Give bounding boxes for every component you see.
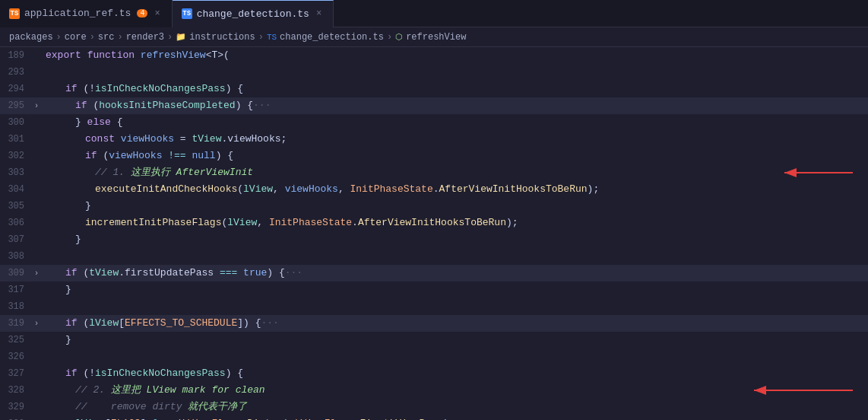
bc-render3[interactable]: render3 [126,32,164,43]
fold-indicator[interactable]: › [29,265,44,282]
code-line: if (!isInCheckNoChangesPass) { [44,365,868,382]
bc-sep1: › [56,32,62,43]
table-row: 308 [0,248,868,265]
gutter-arrow [29,81,44,97]
code-line: } else { [44,114,868,131]
fold-indicator[interactable]: › [29,315,44,332]
table-row: 302 if (viewHooks !== null) { [0,148,868,164]
table-row: 326 [0,348,868,365]
table-row: 295 › if (hooksInitPhaseCompleted) {··· [0,97,868,114]
gutter-arrow [29,365,44,382]
line-number: 293 [0,64,29,81]
gutter-arrow [29,282,44,298]
gutter-arrow [29,231,44,248]
code-line: if (tView.firstUpdatePass === true) {··· [44,265,868,282]
line-number: 300 [0,114,29,131]
line-number: 327 [0,365,29,382]
code-line: } [44,332,868,348]
gutter-arrow [29,181,44,198]
gutter-arrow [29,382,44,399]
code-line: if (!isInCheckNoChangesPass) { [44,81,868,97]
line-number: 329 [0,399,29,415]
table-row: 294 if (!isInCheckNoChangesPass) { [0,81,868,97]
tab-application-label: application_ref.ts [24,8,131,19]
table-row: 189 export function refreshView<T>( [0,47,868,64]
line-number: 304 [0,181,29,198]
editor: 189 export function refreshView<T>( 293 … [0,47,868,420]
line-number: 305 [0,198,29,215]
bc-packages[interactable]: packages [9,32,53,43]
table-row: 300 } else { [0,114,868,131]
gutter-arrow [29,148,44,164]
bc-instructions-icon: 📁 [176,32,186,42]
gutter-arrow [29,348,44,365]
table-row: 317 } [0,282,868,298]
line-number: 295 [0,97,29,114]
table-row: 303 // 1. 这里执行 AfterViewInit [0,164,868,181]
gutter-arrow [29,298,44,315]
bc-file[interactable]: change_detection.ts [280,32,384,43]
line-number: 330 [0,415,29,420]
table-row: 318 [0,298,868,315]
breadcrumb: packages › core › src › render3 › 📁 inst… [0,27,868,47]
line-number: 301 [0,131,29,148]
code-line: export function refreshView<T>( [44,47,868,64]
line-number: 309 [0,265,29,282]
tab-change-close[interactable]: × [314,8,324,20]
gutter-arrow [29,47,44,64]
line-number: 328 [0,382,29,399]
bc-sep3: › [117,32,122,43]
table-row: 325 } [0,332,868,348]
bc-func-icon: ⬡ [395,32,403,42]
tab-bar: TS application_ref.ts 4 × TS change_dete… [0,0,868,27]
ts-icon-blue: TS [182,8,192,19]
bc-src[interactable]: src [98,32,115,43]
code-line: incrementInitPhaseFlags(lView, InitPhase… [44,215,868,231]
code-line: if (hooksInitPhaseCompleted) {··· [44,97,868,114]
code-line [44,298,868,315]
bc-func[interactable]: refreshView [406,32,466,43]
table-row: 330 lView[FLAGS] &= ~(LViewFlags.Dirty |… [0,415,868,420]
line-number: 294 [0,81,29,97]
table-row: 307 } [0,231,868,248]
gutter-arrow [29,114,44,131]
bc-sep5: › [258,32,264,43]
line-number: 325 [0,332,29,348]
bc-sep6: › [387,32,392,43]
code-line [44,348,868,365]
line-number: 302 [0,148,29,164]
tab-badge: 4 [137,9,147,18]
table-row: 319 › if (lView[EFFECTS_TO_SCHEDULE]) {·… [0,315,868,332]
gutter-arrow [29,198,44,215]
gutter-arrow [29,164,44,181]
tab-change-label: change_detection.ts [197,8,309,20]
tab-change-detection[interactable]: TS change_detection.ts × [173,0,334,27]
bc-instructions[interactable]: instructions [189,32,255,43]
gutter-arrow [29,248,44,265]
bc-sep2: › [90,32,95,43]
table-row: 304 executeInitAndCheckHooks(lView, view… [0,181,868,198]
gutter-arrow [29,64,44,81]
tab-application-close[interactable]: × [152,8,162,20]
editor-main: 189 export function refreshView<T>( 293 … [0,47,868,420]
code-line: } [44,282,868,298]
code-line: if (viewHooks !== null) { [44,148,868,164]
gutter-arrow [29,131,44,148]
table-row: 293 [0,64,868,81]
tab-application-ref[interactable]: TS application_ref.ts 4 × [0,0,173,27]
fold-indicator[interactable]: › [29,97,44,114]
bc-core[interactable]: core [65,32,87,43]
gutter-arrow [29,399,44,415]
code-rows: 189 export function refreshView<T>( 293 … [0,47,868,420]
table-row: 306 incrementInitPhaseFlags(lView, InitP… [0,215,868,231]
table-row: 329 // remove dirty 就代表干净了 [0,399,868,415]
line-number: 308 [0,248,29,265]
code-line: // 2. 这里把 LView mark for clean [44,382,868,399]
table-row: 327 if (!isInCheckNoChangesPass) { [0,365,868,382]
table-row: 301 const viewHooks = tView.viewHooks; [0,131,868,148]
line-number: 317 [0,282,29,298]
line-number: 307 [0,231,29,248]
table-row: 309 › if (tView.firstUpdatePass === true… [0,265,868,282]
bc-file-icon: TS [267,33,277,42]
code-line: executeInitAndCheckHooks(lView, viewHook… [44,181,868,198]
